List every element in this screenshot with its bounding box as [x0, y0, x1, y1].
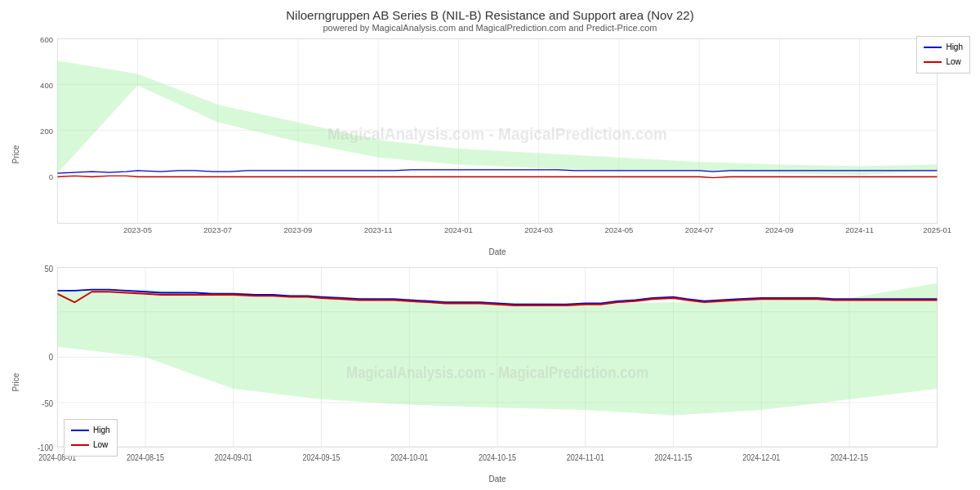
chart2-x-label: Date: [23, 473, 972, 486]
svg-text:2023-05: 2023-05: [123, 225, 152, 234]
svg-text:2023-07: 2023-07: [203, 225, 232, 234]
chart2-high-label: High: [93, 423, 110, 438]
svg-text:0: 0: [49, 172, 53, 181]
svg-text:0: 0: [49, 351, 53, 362]
svg-text:MagicalAnalysis.com - MagicalP: MagicalAnalysis.com - MagicalPrediction.…: [327, 126, 667, 143]
svg-text:2024-10-01: 2024-10-01: [390, 452, 428, 462]
chart1-x-label: Date: [23, 246, 972, 259]
svg-text:-100: -100: [38, 442, 53, 452]
chart1-low-label: Low: [946, 55, 960, 69]
chart2-svg: 50 0 -50 -100: [23, 262, 972, 474]
subtitle: powered by MagicalAnalysis.com and Magic…: [8, 23, 972, 33]
chart2-legend-high: High: [71, 423, 110, 438]
chart1-high-line: [924, 47, 942, 48]
chart1-wrapper: Price: [8, 34, 972, 259]
charts-container: Price: [8, 34, 972, 486]
svg-text:400: 400: [40, 81, 53, 90]
svg-text:2024-10-15: 2024-10-15: [479, 452, 516, 462]
svg-text:2024-07: 2024-07: [685, 225, 714, 234]
svg-text:2024-09: 2024-09: [765, 225, 794, 234]
chart1-legend-low: Low: [924, 55, 963, 69]
svg-text:2024-12-15: 2024-12-15: [831, 452, 868, 462]
svg-text:2024-11: 2024-11: [845, 225, 874, 234]
svg-text:2023-11: 2023-11: [364, 225, 393, 234]
svg-text:2025-01: 2025-01: [923, 225, 951, 234]
chart1-legend: High Low: [916, 36, 970, 74]
chart1-y-label: Price: [8, 34, 23, 259]
chart1-low-line: [924, 61, 942, 63]
chart2-legend: High Low: [64, 419, 118, 457]
title-area: Niloerngruppen AB Series B (NIL-B) Resis…: [8, 8, 972, 33]
svg-text:-50: -50: [42, 398, 53, 408]
svg-text:2024-03: 2024-03: [524, 225, 553, 234]
svg-text:2024-11-15: 2024-11-15: [655, 452, 693, 462]
svg-text:2024-05: 2024-05: [605, 225, 634, 234]
chart2-wrapper: Price: [8, 262, 972, 487]
chart1-svg: 600 400 200 0: [23, 34, 972, 246]
chart2-area: 50 0 -50 -100: [23, 262, 972, 487]
svg-text:2024-08-15: 2024-08-15: [127, 452, 164, 462]
chart1-legend-high: High: [924, 40, 963, 55]
svg-text:2024-11-01: 2024-11-01: [567, 452, 604, 462]
chart2-y-label: Price: [8, 262, 23, 487]
svg-text:MagicalAnalysis.com - MagicalP: MagicalAnalysis.com - MagicalPrediction.…: [346, 363, 648, 381]
svg-text:2024-01: 2024-01: [444, 225, 473, 234]
chart2-legend-low: Low: [71, 438, 110, 452]
chart2-low-line: [71, 444, 89, 446]
chart2-low-label: Low: [93, 438, 108, 452]
svg-text:2024-09-15: 2024-09-15: [303, 452, 341, 462]
svg-text:2023-09: 2023-09: [284, 225, 313, 234]
svg-text:2024-12-01: 2024-12-01: [742, 452, 780, 462]
chart1-svg-container: 600 400 200 0: [23, 34, 972, 246]
svg-text:200: 200: [40, 127, 53, 136]
page-container: Niloerngruppen AB Series B (NIL-B) Resis…: [0, 0, 980, 490]
svg-text:50: 50: [44, 262, 53, 273]
chart2-svg-container: 50 0 -50 -100: [23, 262, 972, 474]
chart2-high-line: [71, 430, 89, 431]
svg-text:600: 600: [40, 35, 53, 44]
chart1-area: 600 400 200 0: [23, 34, 972, 259]
svg-text:2024-09-01: 2024-09-01: [215, 452, 252, 462]
main-title: Niloerngruppen AB Series B (NIL-B) Resis…: [8, 8, 972, 22]
chart1-high-label: High: [946, 40, 963, 55]
